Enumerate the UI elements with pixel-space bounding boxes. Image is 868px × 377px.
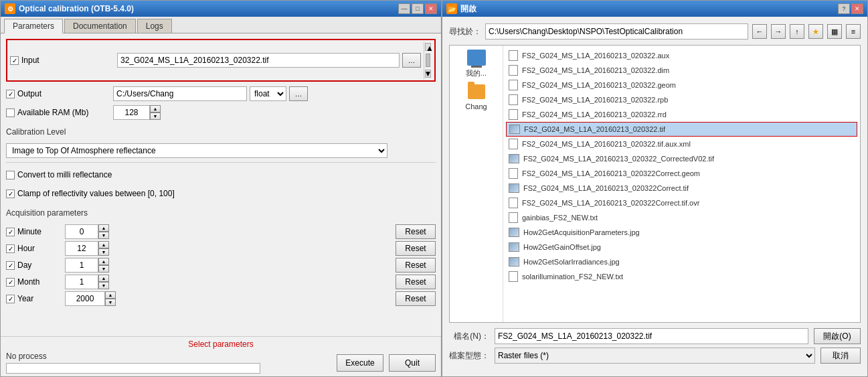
input-field[interactable]: 32_G024_MS_L1A_20160213_020322.tif xyxy=(117,53,400,68)
file-item[interactable]: How2GetGainOffset.jpg xyxy=(506,240,857,254)
file-item[interactable]: How2GetAcquisitionParameters.jpg xyxy=(506,225,857,240)
year-increment[interactable]: ▲ xyxy=(105,291,116,299)
day-decrement[interactable]: ▼ xyxy=(98,265,109,273)
input-browse-button[interactable]: … xyxy=(402,53,421,68)
ram-increment[interactable]: ▲ xyxy=(150,105,161,112)
file-item[interactable]: FS2_G024_MS_L1A_20160213_020322_Correcte… xyxy=(506,151,857,166)
image-file-icon xyxy=(509,242,519,252)
clamp-checkbox[interactable] xyxy=(6,190,15,198)
tab-logs[interactable]: Logs xyxy=(137,19,172,33)
day-increment[interactable]: ▲ xyxy=(98,258,109,265)
file-item[interactable]: FS2_G024_MS_L1A_20160213_020322.tif xyxy=(506,122,857,137)
tab-parameters[interactable]: Parameters xyxy=(4,19,63,33)
panel-item-my-computer[interactable]: 我的... xyxy=(452,48,500,78)
execute-button[interactable]: Execute xyxy=(337,354,383,372)
document-file-icon xyxy=(509,139,518,149)
year-reset-button[interactable]: Reset xyxy=(396,291,436,306)
acq-params-label: Acquisition parameters xyxy=(6,208,88,218)
location-input[interactable]: C:\Users\Chang\Desktop\NSPO\TestOpticalC… xyxy=(485,23,748,40)
open-button[interactable]: 開啟(O) xyxy=(814,328,861,344)
document-file-icon xyxy=(509,109,518,120)
output-type-select[interactable]: float xyxy=(250,86,286,101)
filename-input[interactable]: FS2_G024_MS_L1A_20160213_020322.tif xyxy=(495,328,808,344)
status-row: No process Execute Quit xyxy=(6,352,436,374)
right-scrollbar[interactable]: ▲ ▼ xyxy=(424,42,432,79)
convert-milli-checkbox[interactable] xyxy=(6,171,15,179)
day-reset-button[interactable]: Reset xyxy=(396,258,436,273)
right-minimize-button[interactable]: ? xyxy=(838,3,850,14)
year-label-area: Year xyxy=(6,294,60,303)
nav-new-folder-button[interactable]: ▦ xyxy=(827,24,842,39)
output-field[interactable]: C:/Users/Chang xyxy=(113,86,247,101)
nav-refresh-button[interactable]: ★ xyxy=(808,24,823,39)
file-icon xyxy=(509,65,518,76)
document-file-icon xyxy=(509,271,518,282)
ram-decrement[interactable]: ▼ xyxy=(150,112,161,120)
file-item[interactable]: solarillumination_FS2_NEW.txt xyxy=(506,269,857,284)
minute-input[interactable]: 0 xyxy=(65,224,98,239)
nav-up-button[interactable]: ↑ xyxy=(790,24,804,39)
quit-button[interactable]: Quit xyxy=(389,354,436,372)
hour-label: Hour xyxy=(17,244,35,253)
file-item[interactable]: FS2_G024_MS_L1A_20160213_020322.dim xyxy=(506,63,857,78)
file-item[interactable]: How2GetSolarIrradiances.jpg xyxy=(506,254,857,269)
my-computer-icon xyxy=(466,48,487,67)
output-browse-button[interactable]: … xyxy=(289,86,308,101)
nav-forward-button[interactable]: → xyxy=(771,24,786,39)
parameters-content: Input 32_G024_MS_L1A_20160213_020322.tif… xyxy=(1,33,441,336)
ram-input[interactable]: 128 xyxy=(113,105,150,120)
hour-reset-button[interactable]: Reset xyxy=(396,241,436,256)
input-checkbox[interactable] xyxy=(10,56,19,65)
minimize-button[interactable]: — xyxy=(398,3,410,14)
cancel-button[interactable]: 取消 xyxy=(820,348,861,364)
hour-label-area: Hour xyxy=(6,244,60,253)
right-window-controls: ? ✕ xyxy=(838,3,863,14)
file-item[interactable]: FS2_G024_MS_L1A_20160213_020322Correct.t… xyxy=(506,196,857,210)
month-increment[interactable]: ▲ xyxy=(98,275,109,282)
ram-checkbox[interactable] xyxy=(6,108,15,117)
scroll-down[interactable]: ▼ xyxy=(425,70,431,78)
month-checkbox[interactable] xyxy=(6,278,15,287)
month-decrement[interactable]: ▼ xyxy=(98,282,109,289)
filetype-select[interactable]: Raster files (*) xyxy=(495,348,815,364)
file-item[interactable]: FS2_G024_MS_L1A_20160213_020322.tif.aux.… xyxy=(506,137,857,151)
file-item[interactable]: gainbias_FS2_NEW.txt xyxy=(506,210,857,225)
month-reset-button[interactable]: Reset xyxy=(396,275,436,289)
file-item[interactable]: FS2_G024_MS_L1A_20160213_020322.aux xyxy=(506,48,857,63)
file-item[interactable]: FS2_G024_MS_L1A_20160213_020322.rpb xyxy=(506,92,857,107)
file-item[interactable]: FS2_G024_MS_L1A_20160213_020322.geom xyxy=(506,78,857,92)
right-close-button[interactable]: ✕ xyxy=(851,3,863,14)
minute-checkbox[interactable] xyxy=(6,228,15,236)
scroll-up[interactable]: ▲ xyxy=(425,43,431,51)
minute-decrement[interactable]: ▼ xyxy=(98,232,109,239)
scroll-thumb[interactable] xyxy=(426,54,430,67)
close-button[interactable]: ✕ xyxy=(425,3,437,14)
year-checkbox[interactable] xyxy=(6,295,15,303)
minute-increment[interactable]: ▲ xyxy=(98,224,109,232)
nav-list-view-button[interactable]: ≡ xyxy=(846,24,861,39)
year-decrement[interactable]: ▼ xyxy=(105,299,116,306)
hour-checkbox[interactable] xyxy=(6,244,15,253)
hour-increment[interactable]: ▲ xyxy=(98,241,109,248)
day-checkbox[interactable] xyxy=(6,261,15,270)
restore-button[interactable]: □ xyxy=(412,3,424,14)
year-input[interactable]: 2000 xyxy=(65,291,105,306)
output-checkbox[interactable] xyxy=(6,90,15,98)
image-file-icon xyxy=(509,257,519,267)
file-name-text: FS2_G024_MS_L1A_20160213_020322Correct.t… xyxy=(522,199,699,207)
hour-input[interactable]: 12 xyxy=(65,241,98,256)
hour-decrement[interactable]: ▼ xyxy=(98,248,109,256)
open-file-window: 📂 開啟 ? ✕ 尋找於： C:\Users\Chang\Desktop\NSP… xyxy=(442,0,868,377)
panel-item-chang[interactable]: Chang xyxy=(452,82,500,110)
file-item[interactable]: FS2_G024_MS_L1A_20160213_020322Correct.g… xyxy=(506,166,857,181)
minute-reset-button[interactable]: Reset xyxy=(396,224,436,239)
right-content-area: 尋找於： C:\Users\Chang\Desktop\NSPO\TestOpt… xyxy=(442,17,867,376)
file-item[interactable]: FS2_G024_MS_L1A_20160213_020322Correct.t… xyxy=(506,181,857,196)
calibration-type-select[interactable]: Image to Top Of Atmosphere reflectance xyxy=(6,143,387,158)
day-input[interactable]: 1 xyxy=(65,258,98,273)
nav-back-button[interactable]: ← xyxy=(752,24,767,39)
file-item[interactable]: FS2_G024_MS_L1A_20160213_020322.rrd xyxy=(506,107,857,122)
file-name-text: FS2_G024_MS_L1A_20160213_020322.tif xyxy=(524,125,665,133)
month-input[interactable]: 1 xyxy=(65,275,98,289)
tab-documentation[interactable]: Documentation xyxy=(64,19,136,33)
